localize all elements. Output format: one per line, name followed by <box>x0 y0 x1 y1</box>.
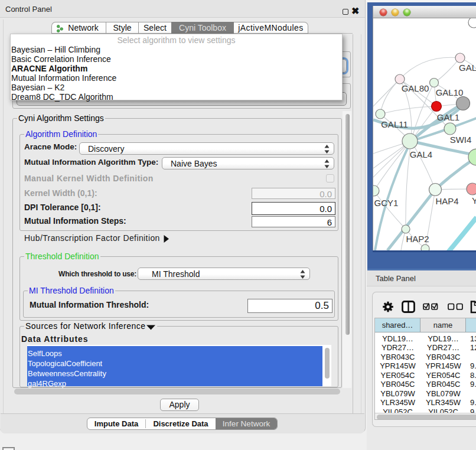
svg-text:GAL: GAL <box>459 63 476 73</box>
svg-text:GAL80: GAL80 <box>402 83 429 93</box>
svg-text:Y: Y <box>472 195 476 206</box>
svg-text:GCY1: GCY1 <box>374 198 399 208</box>
svg-text:GAL10: GAL10 <box>436 87 464 97</box>
svg-text:HAP4: HAP4 <box>435 196 458 206</box>
svg-text:HAP2: HAP2 <box>406 234 429 244</box>
svg-text:GAL11: GAL11 <box>381 119 408 129</box>
svg-text:GAL4: GAL4 <box>410 149 432 159</box>
svg-text:SWI4: SWI4 <box>450 135 472 145</box>
svg-text:GAL1: GAL1 <box>437 112 459 122</box>
